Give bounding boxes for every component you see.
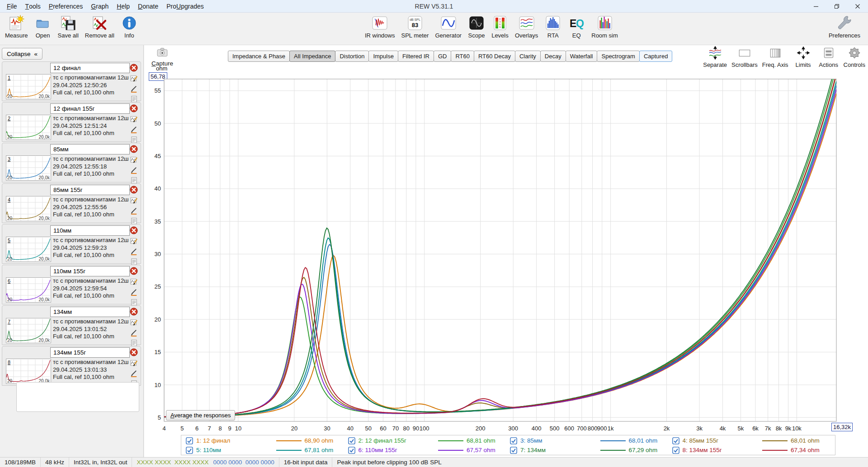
menu-tools[interactable]: Tools	[21, 0, 45, 12]
measurement-item-2[interactable]: 2 20 20,0k тс с противомагнитами 12шк29.…	[2, 102, 141, 142]
measurement-thumbnail[interactable]: 6 20 20,0k	[6, 277, 51, 304]
trace-settings-icon[interactable]	[130, 278, 138, 287]
trace-checkbox-icon[interactable]	[510, 437, 517, 444]
pencil-line-icon[interactable]	[130, 248, 138, 257]
legend-trace-label[interactable]: 1: 12 финал	[196, 437, 273, 444]
trace-checkbox-icon[interactable]	[510, 447, 517, 454]
delete-measurement-icon[interactable]	[130, 64, 138, 72]
spl-meter-button[interactable]: dB SPL83SPL meter	[398, 14, 432, 40]
tab-rt60[interactable]: RT60	[451, 51, 474, 62]
remove-all-button[interactable]: Remove all	[82, 14, 118, 40]
delete-measurement-icon[interactable]	[130, 267, 138, 275]
measurement-thumbnail[interactable]: 2 20 20,0k	[6, 115, 51, 141]
tab-distortion[interactable]: Distortion	[335, 51, 369, 62]
controls-button[interactable]: Controls	[844, 46, 865, 68]
trace-checkbox-icon[interactable]	[672, 447, 679, 454]
delete-measurement-icon[interactable]	[130, 226, 138, 234]
measurement-item-6[interactable]: 6 20 20,0k тс с противомагнитами 12шк29.…	[2, 265, 141, 304]
delete-measurement-icon[interactable]	[130, 145, 138, 153]
levels-button[interactable]: 0369Levels	[488, 14, 512, 40]
legend-trace-label[interactable]: 4: 85мм 155г	[683, 437, 760, 444]
rta-button[interactable]: RTA	[541, 14, 565, 40]
measure-button[interactable]: Measure	[2, 14, 31, 40]
delete-measurement-icon[interactable]	[130, 186, 138, 194]
overlays-button[interactable]: Overlays	[512, 14, 541, 40]
legend-trace-label[interactable]: 8: 134мм 155г	[683, 447, 760, 453]
measurement-name-input[interactable]	[50, 347, 130, 358]
measurement-name-input[interactable]	[50, 225, 130, 236]
trace-checkbox-icon[interactable]	[186, 437, 193, 444]
menu-pro-upgrades[interactable]: Pro Upgrades	[162, 0, 208, 12]
measurement-thumbnail[interactable]: 8 20 20,0k	[6, 359, 51, 385]
scrollbars-button[interactable]: Scrollbars	[731, 46, 758, 68]
menu-help[interactable]: Help	[113, 0, 134, 12]
tab-filtered-ir[interactable]: Filtered IR	[398, 51, 434, 62]
measurement-item-5[interactable]: 5 20 20,0k тс с противомагнитами 12шк29.…	[2, 224, 141, 264]
x-axis-max-input[interactable]: 16,32k	[831, 423, 853, 431]
freq-axis-button[interactable]: Freq. Axis	[762, 46, 788, 68]
tab-impulse[interactable]: Impulse	[368, 51, 398, 62]
measurement-item-7[interactable]: 7 20 20,0k тс с противомагнитами 12шк29.…	[2, 305, 141, 345]
trace-settings-icon[interactable]	[130, 359, 138, 368]
ir-windows-button[interactable]: IR windows	[362, 14, 398, 40]
impedance-chart[interactable]: 5101520253035404550554567891020304050607…	[144, 72, 868, 434]
delete-measurement-icon[interactable]	[130, 348, 138, 356]
measurement-thumbnail[interactable]: 7 20 20,0k	[6, 318, 51, 344]
measurement-thumbnail[interactable]: 5 20 20,0k	[6, 237, 51, 263]
capture-button[interactable]: Capture	[150, 46, 175, 67]
measurement-item-3[interactable]: 3 20 20,0k тс с противомагнитами 12шк29.…	[2, 143, 141, 182]
preferences-button[interactable]: Preferences	[826, 14, 863, 40]
measurement-item-4[interactable]: 4 20 20,0k тс с противомагнитами 12шк29.…	[2, 183, 141, 223]
trace-settings-icon[interactable]	[130, 318, 138, 327]
trace-settings-icon[interactable]	[130, 196, 138, 205]
measurement-name-input[interactable]	[50, 144, 130, 154]
pencil-line-icon[interactable]	[130, 329, 138, 338]
measurement-name-input[interactable]	[50, 103, 130, 114]
trace-settings-icon[interactable]	[130, 75, 138, 84]
measurement-thumbnail[interactable]: 4 20 20,0k	[6, 196, 51, 222]
legend-trace-label[interactable]: 2: 12 финал 155г	[359, 437, 435, 444]
legend-trace-label[interactable]: 5: 110мм	[196, 447, 273, 453]
trace-settings-icon[interactable]	[130, 156, 138, 165]
pencil-line-icon[interactable]	[130, 288, 138, 297]
generator-button[interactable]: Generator	[432, 14, 465, 40]
pencil-line-icon[interactable]	[130, 126, 138, 135]
tab-impedance-phase[interactable]: Impedance & Phase	[228, 51, 290, 62]
legend-trace-label[interactable]: 3: 85мм	[520, 437, 597, 444]
collapse-sidebar-button[interactable]: Collapse «	[2, 48, 42, 60]
pencil-line-icon[interactable]	[130, 166, 138, 175]
pencil-line-icon[interactable]	[130, 369, 138, 378]
notes-box[interactable]	[16, 382, 139, 412]
pencil-line-icon[interactable]	[130, 207, 138, 216]
tab-waterfall[interactable]: Waterfall	[566, 51, 598, 62]
scope-button[interactable]: Scope	[465, 14, 488, 40]
pencil-line-icon[interactable]	[130, 85, 138, 94]
actions-button[interactable]: Actions	[818, 46, 839, 68]
legend-trace-label[interactable]: 7: 134мм	[520, 447, 597, 453]
room-sim-button[interactable]: Room sim	[588, 14, 621, 40]
measurement-name-input[interactable]	[50, 185, 130, 195]
tab-decay[interactable]: Decay	[540, 51, 566, 62]
save-all-button[interactable]: Save all	[55, 14, 82, 40]
tab-spectrogram[interactable]: Spectrogram	[597, 51, 639, 62]
limits-button[interactable]: Limits	[793, 46, 814, 68]
trace-settings-icon[interactable]	[130, 115, 138, 124]
delete-measurement-icon[interactable]	[130, 104, 138, 112]
eq-button[interactable]: EQEQ	[565, 14, 588, 40]
restore-button[interactable]	[826, 0, 847, 12]
trace-checkbox-icon[interactable]	[186, 447, 193, 454]
menu-donate[interactable]: Donate	[134, 0, 162, 12]
measurement-item-1[interactable]: 1 20 20,0k тс с противомагнитами 12шк29.…	[2, 61, 141, 101]
menu-file[interactable]: File	[3, 0, 21, 12]
trace-settings-icon[interactable]	[130, 237, 138, 246]
measurement-thumbnail[interactable]: 1 20 20,0k	[6, 74, 51, 100]
open-button[interactable]: Open	[31, 14, 55, 40]
menu-preferences[interactable]: Preferences	[45, 0, 87, 12]
measurement-name-input[interactable]	[50, 63, 130, 73]
tab-clarity[interactable]: Clarity	[515, 51, 541, 62]
close-button[interactable]	[847, 0, 868, 12]
legend-trace-label[interactable]: 6: 110мм 155г	[359, 447, 435, 453]
measurement-item-8[interactable]: 8 20 20,0k тс с противомагнитами 12шк29.…	[2, 346, 141, 386]
measurement-thumbnail[interactable]: 3 20 20,0k	[6, 155, 51, 182]
tab-all-impedance[interactable]: All Impedance	[289, 51, 335, 62]
